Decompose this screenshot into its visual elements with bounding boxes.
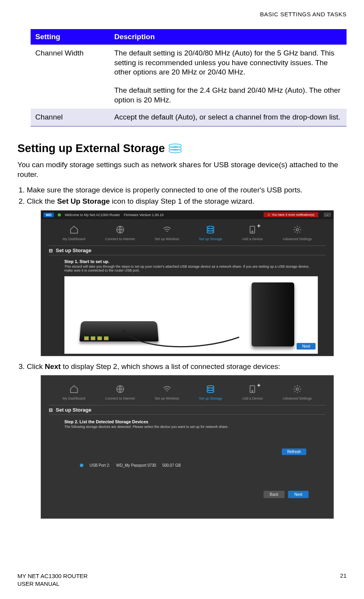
svg-point-3 [207, 231, 214, 233]
col-header-description: Description [110, 29, 347, 45]
table-row: Channel Accept the default (Auto), or se… [31, 109, 347, 126]
nav-label: Advanced Settings [283, 396, 312, 400]
text: icon to display Step 1 of the storage wi… [110, 197, 254, 205]
home-icon [68, 384, 80, 394]
nav-add-device[interactable]: + Add a Device [242, 384, 263, 400]
nav-advanced[interactable]: Advanced Settings [283, 384, 312, 400]
nav-wireless[interactable]: Set up Wireless [155, 384, 179, 400]
nav-storage[interactable]: Set up Storage [199, 225, 222, 241]
back-button[interactable]: Back [264, 491, 285, 498]
step-body: The following storage devices are detect… [64, 425, 310, 429]
device-icon [247, 225, 258, 235]
table-row: Channel Width The default setting is 20/… [31, 45, 347, 109]
desc-para: The default setting for the 2.4 GHz band… [114, 86, 342, 105]
next-button[interactable]: Next [297, 343, 316, 350]
list-item: Make sure the storage device is properly… [27, 185, 347, 195]
storage-icon [205, 384, 216, 394]
page-number: 21 [340, 572, 347, 587]
footer-left: MY NET AC1300 ROUTER USER MANUAL [17, 572, 88, 587]
text: Click the [27, 197, 57, 205]
device-row[interactable]: USB Port 2: WD_My Passport 0730 500.07 G… [80, 463, 181, 467]
text: to display Step 2, which shows a list of… [61, 362, 280, 370]
plus-icon: + [257, 382, 260, 388]
gear-icon [292, 384, 303, 394]
usb-icon [49, 407, 53, 413]
bold-text: Set Up Storage [57, 197, 110, 205]
screenshot-step1: WD Welcome to My Net AC1300 Router Firmw… [41, 210, 334, 356]
welcome-text: Welcome to My Net AC1300 Router [65, 213, 120, 217]
nav-advanced[interactable]: Advanced Settings [283, 225, 312, 241]
nav-add-device[interactable]: + Add a Device [242, 225, 263, 241]
screenshot-step2: My Dashboard Connect to Internet Set up … [41, 375, 334, 519]
nav-label: Set up Wireless [155, 237, 179, 241]
nav-label: Advanced Settings [283, 237, 312, 241]
device-icon [247, 384, 258, 394]
nav-label: Connect to Internet [105, 237, 135, 241]
device-name: WD_My Passport 0730 [116, 463, 156, 467]
text: Click [27, 362, 45, 370]
notification-bar[interactable]: You have 4 more notification(s) [264, 212, 318, 217]
wifi-icon [161, 384, 173, 394]
router-topbar: WD Welcome to My Net AC1300 Router Firmw… [41, 211, 333, 219]
svg-point-6 [296, 229, 298, 231]
step-title: Step 2. List the Detected Storage Device… [64, 419, 310, 424]
nav-row: My Dashboard Connect to Internet Set up … [41, 376, 333, 403]
page-footer: MY NET AC1300 ROUTER USER MANUAL 21 [17, 572, 347, 587]
step-body: This wizard will take you through the st… [64, 265, 310, 272]
nav-label: Connect to Internet [105, 396, 135, 400]
nav-row: My Dashboard Connect to Internet Set up … [41, 219, 333, 244]
list-item: Click the Set Up Storage icon to display… [27, 196, 347, 206]
hdd-illustration [252, 282, 294, 346]
storage-icon [169, 144, 182, 153]
nav-dashboard[interactable]: My Dashboard [63, 384, 86, 400]
svg-point-5 [252, 231, 253, 232]
nav-label: Add a Device [242, 396, 263, 400]
section-label-text: Set up Storage [56, 248, 91, 253]
svg-point-13 [296, 388, 298, 390]
cable-illustration [119, 325, 243, 349]
storage-icon [205, 225, 216, 235]
warning-icon [267, 213, 270, 216]
nav-label: Set up Storage [199, 396, 222, 400]
section-label-bar: Set up Storage [49, 246, 326, 255]
gear-icon [292, 225, 303, 235]
nav-dashboard[interactable]: My Dashboard [63, 225, 86, 241]
bold-text: Next [45, 362, 60, 370]
usb-icon [49, 248, 53, 253]
nav-label: Add a Device [242, 237, 263, 241]
nav-wireless[interactable]: Set up Wireless [155, 225, 179, 241]
section-heading: Setting up External Storage [17, 142, 347, 155]
step-text-block: Step 2. List the Detected Storage Device… [41, 415, 333, 432]
settings-table: Setting Description Channel Width The de… [31, 29, 347, 126]
step-text-block: Step 1. Start to set up. This wizard wil… [41, 255, 333, 274]
section-label-bar: Set up Storage [49, 405, 326, 415]
radio-selected-icon[interactable] [80, 464, 83, 467]
next-button[interactable]: Next [288, 491, 309, 498]
col-header-setting: Setting [31, 29, 110, 45]
status-dot-icon [58, 213, 61, 216]
desc-para: The default setting is 20/40/80 MHz (Aut… [114, 48, 342, 77]
nav-label: My Dashboard [63, 396, 86, 400]
nav-label: Set up Storage [199, 237, 222, 241]
nav-connect[interactable]: Connect to Internet [105, 384, 135, 400]
illustration-area [64, 276, 318, 354]
cell-setting: Channel [31, 109, 110, 126]
wd-logo: WD [43, 213, 54, 217]
section-heading-text: Setting up External Storage [17, 142, 165, 155]
section-label-text: Set up Storage [56, 407, 91, 413]
list-item: Click Next to display Step 2, which show… [27, 362, 347, 372]
nav-connect[interactable]: Connect to Internet [105, 225, 135, 241]
device-size: 500.07 GB [162, 463, 181, 467]
globe-icon [114, 225, 126, 235]
steps-list-cont: Click Next to display Step 2, which show… [17, 362, 347, 372]
refresh-button[interactable]: Refresh [282, 448, 306, 455]
svg-point-12 [252, 391, 253, 392]
firmware-text: Firmware Version 1.00.10 [124, 213, 164, 217]
nav-storage[interactable]: Set up Storage [199, 384, 222, 400]
plus-icon: + [257, 222, 260, 229]
wifi-icon [161, 225, 173, 235]
chevron-down-icon[interactable]: ⌄ [324, 213, 331, 217]
nav-label: My Dashboard [63, 237, 86, 241]
nav-label: Set up Wireless [155, 396, 179, 400]
intro-text: You can modify storage settings such as … [17, 160, 347, 179]
